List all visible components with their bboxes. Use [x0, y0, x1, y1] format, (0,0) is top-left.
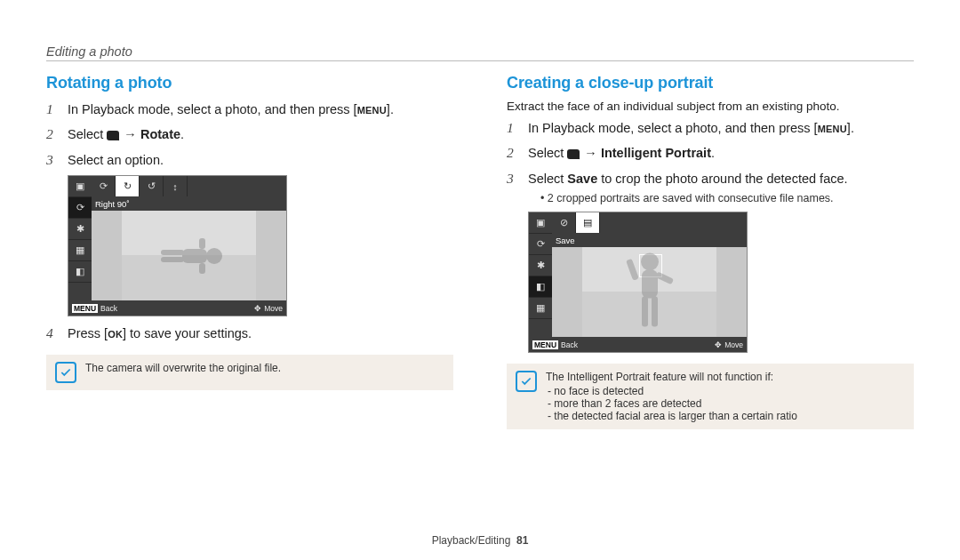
note-item: more than 2 faces are detected	[556, 397, 797, 410]
step-text: In Playback mode, select a photo, and th…	[528, 119, 854, 138]
portrait-cancel-icon: ⊘	[552, 212, 576, 233]
tool-crop-icon: ▦	[529, 298, 552, 319]
edit-icon	[567, 149, 580, 159]
cam-sidebar: ▣ ⟳ ✱ ▦ ◧	[68, 176, 92, 300]
tool-rotate-icon: ⟳	[529, 234, 552, 255]
menu-icon: MENU	[532, 340, 558, 349]
portrait-intro: Extract the face of an individual subjec…	[507, 100, 914, 113]
note-item: no face is detected	[556, 385, 797, 397]
step3-sub: 2 cropped portraits are saved with conse…	[528, 190, 848, 206]
svg-rect-8	[626, 258, 639, 280]
person-figure	[619, 250, 681, 334]
cam-footer: MENUBack ✥Move	[529, 337, 747, 352]
step-text: Press [OK] to save your settings.	[68, 324, 252, 343]
tool-crop-icon: ◧	[68, 261, 92, 283]
svg-rect-1	[182, 249, 207, 263]
rotate-note: The camera will overwrite the original f…	[46, 355, 453, 390]
rotating-steps: 1 In Playback mode, select a photo, and …	[46, 100, 453, 170]
svg-point-0	[206, 248, 222, 264]
rotating-heading: Rotating a photo	[46, 74, 453, 92]
menu-button-label: MENU	[357, 104, 387, 118]
note-item: the detected facial area is larger than …	[556, 410, 797, 422]
two-column-layout: Rotating a photo 1 In Playback mode, sel…	[46, 74, 914, 429]
tool-adjust-icon: ▦	[68, 240, 92, 261]
note-list: no face is detected more than 2 faces ar…	[546, 385, 797, 422]
menu-button-label: MENU	[818, 123, 847, 137]
page-header: Editing a photo	[46, 44, 914, 59]
step-number: 3	[46, 150, 59, 170]
rotate-options: ⟳ ↻ ↺ ↕	[92, 176, 286, 196]
note-text: The camera will overwrite the original f…	[85, 362, 281, 374]
step-number: 1	[46, 100, 59, 119]
rotate-screenshot: ▣ ⟳ ✱ ▦ ◧ ⟳ ↻ ↺ ↕ Right 90˚	[68, 175, 287, 316]
step-number: 1	[507, 118, 519, 138]
svg-rect-3	[199, 263, 205, 274]
cam-footer: MENUBack ✥Move	[68, 300, 286, 316]
header-rule	[46, 60, 914, 61]
step-text: Select an option.	[68, 151, 164, 170]
portrait-heading: Creating a close-up portrait	[507, 74, 914, 92]
tool-filter-icon: ✱	[68, 219, 92, 240]
page-footer: Playback/Editing 81	[0, 534, 960, 547]
step-number: 3	[507, 169, 519, 188]
svg-rect-5	[161, 257, 184, 262]
cam-sidebar: ▣ ⟳ ✱ ◧ ▦	[529, 212, 552, 337]
step-text: Select → Rotate.	[68, 125, 184, 144]
rotate-left-icon: ↺	[140, 176, 164, 196]
rotate-right-icon: ↻	[116, 176, 140, 196]
step-text: In Playback mode, select a photo, and th…	[68, 100, 394, 119]
dpad-icon: ✥	[715, 340, 722, 349]
svg-rect-7	[642, 269, 658, 298]
step-number: 2	[46, 124, 59, 144]
tool-portrait-icon: ◧	[529, 276, 552, 298]
edit-icon	[107, 131, 119, 140]
manual-page: Editing a photo Rotating a photo 1 In Pl…	[0, 0, 960, 560]
portrait-options: ⊘ ▤	[552, 212, 747, 233]
right-column: Creating a close-up portrait Extract the…	[507, 74, 914, 429]
dpad-icon: ✥	[254, 304, 261, 313]
svg-rect-11	[652, 296, 658, 326]
person-figure-rotated	[154, 229, 225, 283]
portrait-preview	[552, 247, 747, 337]
svg-rect-10	[642, 296, 648, 326]
svg-rect-9	[655, 271, 674, 284]
note-icon	[55, 362, 76, 383]
note-icon	[516, 371, 537, 392]
rotate-180-icon: ↕	[164, 176, 188, 196]
svg-point-6	[641, 252, 659, 270]
note-body: The Intelligent Portrait feature will no…	[546, 371, 797, 422]
portrait-steps: 1 In Playback mode, select a photo, and …	[507, 118, 914, 206]
note-head: The Intelligent Portrait feature will no…	[546, 371, 797, 383]
rotating-steps-2: 4 Press [OK] to save your settings.	[46, 324, 453, 343]
step-text: Select → Intelligent Portrait.	[528, 144, 715, 163]
step-number: 4	[46, 324, 59, 343]
portrait-save-icon: ▤	[576, 212, 600, 233]
rotate-option-label: Right 90˚	[92, 196, 286, 211]
step-number: 2	[507, 143, 519, 163]
tool-rotate-icon: ⟳	[68, 197, 92, 219]
svg-rect-2	[199, 238, 205, 249]
tool-filter-icon: ✱	[529, 255, 552, 276]
rotate-off-icon: ⟳	[92, 176, 116, 196]
left-column: Rotating a photo 1 In Playback mode, sel…	[46, 74, 453, 429]
portrait-option-label: Save	[552, 233, 747, 247]
portrait-screenshot: ▣ ⟳ ✱ ◧ ▦ ⊘ ▤ Save	[528, 212, 748, 353]
menu-icon: MENU	[72, 304, 98, 313]
portrait-note: The Intelligent Portrait feature will no…	[507, 364, 914, 429]
svg-rect-4	[161, 250, 184, 255]
tool-resize-icon: ▣	[529, 212, 552, 234]
ok-button-label: OK	[108, 328, 123, 342]
tool-resize-icon: ▣	[68, 176, 92, 197]
step-text: Select Save to crop the photo around the…	[528, 170, 848, 206]
rotate-preview	[92, 211, 286, 300]
